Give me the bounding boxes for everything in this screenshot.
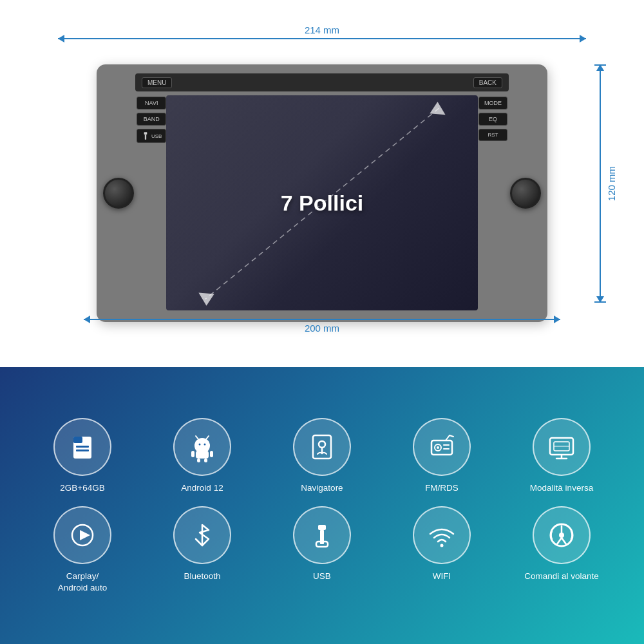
usb-button[interactable]: USB — [137, 129, 166, 143]
dim-bottom-arrow — [84, 319, 560, 320]
svg-rect-7 — [76, 446, 89, 448]
back-button[interactable]: BACK — [473, 77, 502, 88]
navi-button[interactable]: NAVI — [137, 97, 166, 109]
screen: 7 Pollici — [166, 95, 478, 310]
usb-label: USB — [151, 133, 162, 139]
feature-wifi: WIFI — [385, 506, 498, 593]
svg-line-35 — [196, 539, 202, 545]
svg-rect-6 — [73, 437, 82, 443]
map-pin-icon — [307, 431, 337, 462]
svg-rect-0 — [144, 132, 147, 135]
svg-line-13 — [206, 436, 209, 439]
svg-rect-14 — [196, 451, 209, 459]
sd-card-icon — [67, 431, 98, 462]
feature-bluetooth: Bluetooth — [146, 506, 259, 593]
svg-rect-25 — [443, 448, 450, 450]
usb-icon — [307, 520, 337, 551]
radio-icon-circle — [413, 418, 471, 476]
android-label: Android 12 — [181, 482, 223, 494]
svg-point-11 — [204, 443, 206, 445]
svg-rect-8 — [76, 450, 89, 451]
carplay-icon-circle — [53, 506, 111, 564]
steering-wheel-icon — [546, 520, 577, 551]
svg-line-43 — [557, 538, 562, 544]
left-knob[interactable] — [103, 178, 134, 209]
top-section: 214 mm MENU BACK NAVI BAND USB — [0, 0, 644, 367]
feature-navigation: Navigatore — [265, 418, 379, 494]
svg-point-10 — [199, 443, 201, 445]
storage-icon-circle — [53, 418, 111, 476]
right-knob[interactable] — [510, 178, 541, 209]
android-icon — [187, 431, 218, 462]
svg-point-23 — [437, 446, 439, 449]
carplay-label: Carplay/ Android auto — [58, 571, 108, 593]
wifi-icon-circle — [413, 506, 471, 564]
svg-line-44 — [562, 538, 566, 544]
dimension-height-right: 120 mm — [600, 64, 617, 303]
eq-button[interactable]: EQ — [478, 113, 507, 126]
radio-icon — [426, 431, 457, 462]
menu-button[interactable]: MENU — [142, 77, 172, 88]
fm-rds-label: FM/RDS — [425, 482, 459, 494]
bottom-section: 2GB+64GB — [0, 367, 644, 644]
wifi-label: WIFI — [433, 571, 451, 582]
rst-button[interactable]: RST — [478, 129, 507, 141]
usb-label: USB — [313, 571, 331, 582]
svg-point-39 — [440, 544, 444, 547]
svg-rect-18 — [204, 459, 207, 462]
camera-display-icon — [546, 431, 577, 462]
feature-android: Android 12 — [146, 418, 259, 494]
svg-rect-24 — [443, 444, 450, 446]
reverse-icon-circle — [533, 418, 591, 476]
bluetooth-icon — [187, 520, 218, 551]
dim-top-arrow — [58, 38, 586, 39]
svg-rect-15 — [191, 451, 194, 457]
right-buttons: MODE EQ RST — [478, 97, 507, 141]
feature-usb: USB — [265, 506, 379, 593]
feature-steering: Comandi al volante — [505, 506, 618, 593]
steering-icon-circle — [533, 506, 591, 564]
usb-icon-circle — [293, 506, 351, 564]
svg-marker-3 — [430, 102, 445, 115]
features-grid: 2GB+64GB — [26, 418, 618, 594]
feature-fm-rds: FM/RDS — [385, 418, 498, 494]
storage-label: 2GB+64GB — [60, 482, 104, 494]
radio-top-bar: MENU BACK — [135, 73, 509, 91]
svg-rect-16 — [210, 451, 213, 457]
wifi-icon — [426, 520, 457, 551]
feature-reverse: Modalità inversa — [505, 418, 618, 494]
svg-point-20 — [319, 441, 325, 448]
svg-rect-17 — [197, 459, 200, 462]
reverse-label: Modalità inversa — [530, 482, 593, 494]
left-buttons: NAVI BAND USB — [137, 97, 166, 143]
dimension-width-bottom: 200 mm — [84, 319, 560, 336]
android-icon-circle — [173, 418, 231, 476]
radio-unit: MENU BACK NAVI BAND USB MODE EQ RST — [97, 64, 547, 322]
mode-button[interactable]: MODE — [478, 97, 507, 109]
band-button[interactable]: BAND — [137, 113, 166, 126]
bluetooth-icon-circle — [173, 506, 231, 564]
dim-bottom-label: 200 mm — [305, 323, 339, 334]
svg-rect-36 — [318, 525, 326, 530]
dimension-width-top: 214 mm — [58, 24, 586, 39]
svg-marker-34 — [80, 530, 90, 540]
feature-storage: 2GB+64GB — [26, 418, 139, 494]
bluetooth-label: Bluetooth — [184, 571, 220, 582]
navigation-label: Navigatore — [301, 482, 343, 494]
svg-rect-1 — [145, 135, 146, 140]
svg-line-27 — [450, 435, 453, 437]
play-circle-icon — [67, 520, 98, 551]
dim-right-label: 120 mm — [606, 166, 617, 201]
steering-label: Comandi al volante — [524, 571, 599, 582]
svg-line-12 — [196, 436, 198, 439]
dim-top-label: 214 mm — [305, 24, 339, 35]
svg-marker-4 — [198, 293, 214, 306]
feature-carplay: Carplay/ Android auto — [26, 506, 139, 593]
screen-size-label: 7 Pollici — [281, 191, 364, 216]
navigation-icon-circle — [293, 418, 351, 476]
